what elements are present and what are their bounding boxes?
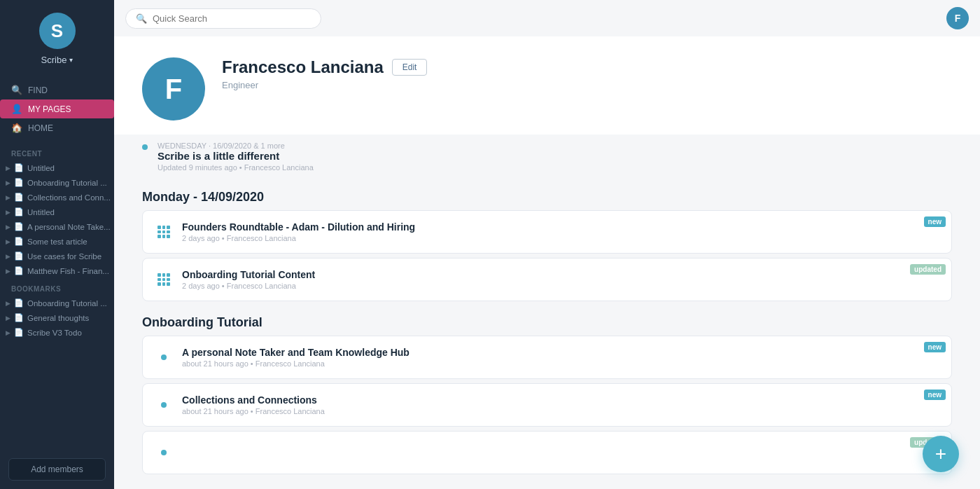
- bookmark-item-0[interactable]: ▶ 📄 Onboarding Tutorial ...: [0, 296, 114, 310]
- bookmark-item-1[interactable]: ▶ 📄 General thoughts: [0, 310, 114, 325]
- arrow-icon: ▶: [6, 238, 10, 245]
- search-icon: 🔍: [136, 13, 147, 24]
- main-content: 🔍 F F Francesco Lanciana Edit Engineer W…: [114, 0, 980, 489]
- profile-avatar: F: [142, 57, 205, 120]
- card-icon-collections: [153, 394, 175, 416]
- card-badge-personal-note: new: [924, 342, 946, 352]
- card-meta-personal-note: about 21 hours ago • Francesco Lanciana: [182, 359, 941, 368]
- profile-role: Engineer: [222, 80, 427, 90]
- activity-meta: Updated 9 minutes ago • Francesco Lancia…: [158, 163, 952, 172]
- dot-icon: [161, 450, 167, 455]
- recent-section-label: RECENT: [0, 143, 114, 160]
- find-icon: 🔍: [11, 85, 22, 95]
- doc-icon: 📄: [14, 313, 24, 322]
- sidebar-item-home[interactable]: 🏠 HOME: [0, 118, 114, 137]
- feed-area: WEDNESDAY · 16/09/2020 & 1 more Scribe i…: [114, 135, 980, 489]
- card-title-personal-note: A personal Note Taker and Team Knowledge…: [182, 347, 941, 358]
- recent-item-label-7: Matthew Fish - Finan...: [27, 267, 109, 275]
- recent-item-label-1: Onboarding Tutorial ...: [27, 179, 107, 187]
- arrow-icon: ▶: [6, 329, 10, 336]
- header-user-avatar[interactable]: F: [946, 7, 969, 29]
- card-icon-third: [153, 441, 175, 464]
- section-onboarding-title: Onboarding Tutorial: [142, 315, 952, 330]
- sidebar-nav: 🔍 FIND 👤 MY PAGES 🏠 HOME: [0, 75, 114, 143]
- arrow-icon: ▶: [6, 179, 10, 186]
- card-badge-collections: new: [924, 390, 946, 400]
- card-founders[interactable]: Founders Roundtable - Adam - Dilution an…: [142, 210, 952, 254]
- bookmark-item-label-2: Scribe V3 Todo: [27, 329, 82, 337]
- recent-item-6[interactable]: ▶ 📄 Use cases for Scribe: [0, 249, 114, 263]
- doc-icon: 📄: [14, 266, 24, 275]
- doc-icon: 📄: [14, 252, 24, 261]
- card-title-onboarding: Onboarding Tutorial Content: [182, 269, 941, 280]
- doc-icon: 📄: [14, 207, 24, 216]
- dot-icon: [161, 402, 167, 408]
- profile-name: Francesco Lanciana Edit: [222, 57, 427, 77]
- sidebar: S Scribe ▾ 🔍 FIND 👤 MY PAGES 🏠 HOME RECE…: [0, 0, 114, 489]
- sidebar-item-my-pages-label: MY PAGES: [28, 104, 71, 114]
- grid-icon: [158, 226, 170, 238]
- activity-wednesday: WEDNESDAY · 16/09/2020 & 1 more Scribe i…: [142, 135, 952, 179]
- search-bar[interactable]: 🔍: [125, 8, 321, 29]
- recent-item-2[interactable]: ▶ 📄 Collections and Conn...: [0, 190, 114, 205]
- sidebar-item-find-label: FIND: [28, 85, 48, 95]
- bookmark-item-2[interactable]: ▶ 📄 Scribe V3 Todo: [0, 325, 114, 340]
- doc-icon: 📄: [14, 178, 24, 187]
- arrow-icon: ▶: [6, 209, 10, 216]
- card-icon-personal-note: [153, 346, 175, 369]
- card-text-collections: Collections and Connections about 21 hou…: [182, 394, 941, 415]
- arrow-icon: ▶: [6, 315, 10, 322]
- card-text-personal-note: A personal Note Taker and Team Knowledge…: [182, 347, 941, 368]
- activity-day-label: WEDNESDAY · 16/09/2020 & 1 more: [158, 142, 952, 150]
- my-pages-icon: 👤: [11, 104, 22, 114]
- profile-info: Francesco Lanciana Edit Engineer: [222, 57, 427, 90]
- card-badge-onboarding: updated: [910, 264, 946, 275]
- recent-item-label-2: Collections and Conn...: [27, 193, 111, 202]
- arrow-icon: ▶: [6, 253, 10, 260]
- edit-profile-button[interactable]: Edit: [392, 59, 428, 76]
- search-input[interactable]: [153, 13, 311, 24]
- section-monday-title: Monday - 14/09/2020: [142, 190, 952, 205]
- card-icon-founders: [153, 221, 175, 243]
- sidebar-logo-area: S Scribe ▾: [0, 0, 114, 75]
- card-onboarding-tutorial[interactable]: Onboarding Tutorial Content 2 days ago •…: [142, 258, 952, 301]
- card-third[interactable]: updated: [142, 431, 952, 474]
- card-text-onboarding: Onboarding Tutorial Content 2 days ago •…: [182, 269, 941, 290]
- fab-button[interactable]: +: [923, 436, 959, 472]
- add-members-button[interactable]: Add members: [8, 458, 106, 481]
- activity-dot: [142, 144, 148, 150]
- card-text-founders: Founders Roundtable - Adam - Dilution an…: [182, 221, 941, 242]
- doc-icon: 📄: [14, 328, 24, 337]
- sidebar-item-my-pages[interactable]: 👤 MY PAGES: [0, 99, 114, 118]
- bookmark-item-label-1: General thoughts: [27, 314, 89, 322]
- recent-item-label-0: Untitled: [27, 164, 55, 172]
- recent-item-1[interactable]: ▶ 📄 Onboarding Tutorial ...: [0, 175, 114, 190]
- card-collections[interactable]: Collections and Connections about 21 hou…: [142, 383, 952, 427]
- recent-item-4[interactable]: ▶ 📄 A personal Note Take...: [0, 219, 114, 234]
- activity-content: WEDNESDAY · 16/09/2020 & 1 more Scribe i…: [158, 142, 952, 172]
- recent-item-5[interactable]: ▶ 📄 Some test article: [0, 234, 114, 249]
- recent-item-0[interactable]: ▶ 📄 Untitled: [0, 160, 114, 175]
- recent-item-label-3: Untitled: [27, 208, 55, 216]
- arrow-icon: ▶: [6, 300, 10, 307]
- home-icon: 🏠: [11, 123, 22, 133]
- activity-title[interactable]: Scribe is a little different: [158, 150, 952, 162]
- card-icon-onboarding: [153, 268, 175, 291]
- doc-icon: 📄: [14, 237, 24, 246]
- sidebar-item-find[interactable]: 🔍 FIND: [0, 81, 114, 99]
- doc-icon: 📄: [14, 193, 24, 202]
- recent-item-7[interactable]: ▶ 📄 Matthew Fish - Finan...: [0, 263, 114, 278]
- card-badge-founders: new: [924, 216, 946, 227]
- doc-icon: 📄: [14, 222, 24, 231]
- card-title-founders: Founders Roundtable - Adam - Dilution an…: [182, 221, 941, 233]
- workspace-name-toggle[interactable]: Scribe ▾: [41, 55, 74, 65]
- card-meta-founders: 2 days ago • Francesco Lanciana: [182, 234, 941, 242]
- arrow-icon: ▶: [6, 165, 10, 172]
- arrow-icon: ▶: [6, 223, 10, 230]
- card-personal-note[interactable]: A personal Note Taker and Team Knowledge…: [142, 336, 952, 379]
- card-meta-onboarding: 2 days ago • Francesco Lanciana: [182, 282, 941, 290]
- doc-icon: 📄: [14, 163, 24, 172]
- card-meta-collections: about 21 hours ago • Francesco Lanciana: [182, 407, 941, 415]
- recent-item-3[interactable]: ▶ 📄 Untitled: [0, 205, 114, 219]
- card-title-collections: Collections and Connections: [182, 394, 941, 406]
